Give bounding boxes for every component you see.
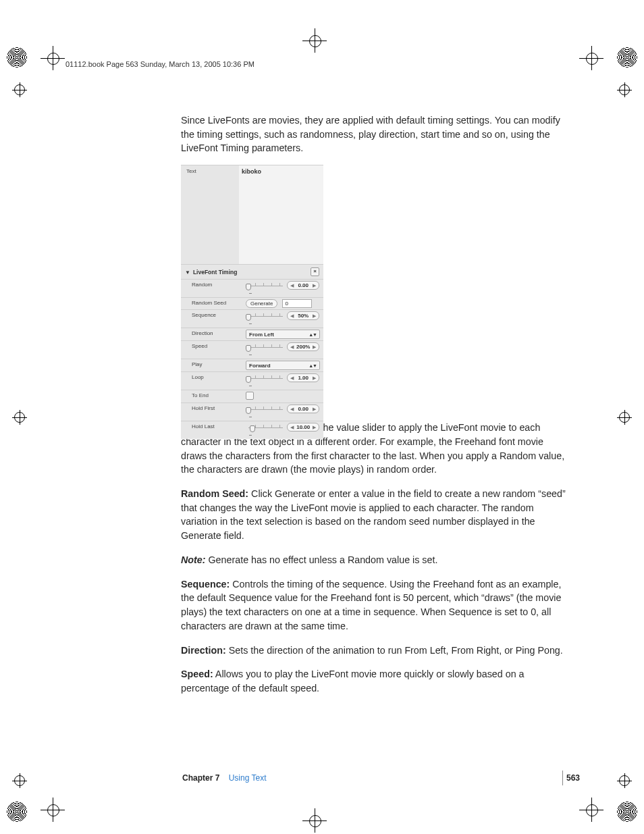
def-random-seed: Random Seed: Click Generate or enter a v…	[181, 487, 567, 543]
note-body: Generate has no effect unless a Random v…	[206, 554, 438, 565]
label-loop: Loop	[181, 372, 244, 390]
keyframe-menu-icon[interactable]: –	[248, 320, 253, 326]
section-header-livefont-timing[interactable]: ▼LiveFont Timing ×	[181, 264, 323, 279]
crop-target-icon	[41, 46, 65, 70]
value-stepper-sequence[interactable]: ◀ 50% ▶	[287, 311, 319, 320]
label-hold-first: Hold First	[181, 403, 244, 421]
crop-target-icon	[302, 28, 327, 53]
slider-speed[interactable]	[246, 344, 283, 350]
value-random: 0.00	[295, 282, 311, 288]
crop-target-icon	[579, 798, 603, 822]
slider-random[interactable]	[246, 282, 283, 289]
text-label: Text	[181, 165, 239, 264]
select-play[interactable]: Forward ▲▼	[246, 361, 320, 370]
chevron-left-icon[interactable]: ◀	[289, 407, 295, 412]
param-row-random: Random ◀ 0.00 ▶ –	[181, 279, 323, 297]
registration-mark	[617, 410, 632, 425]
crop-target-icon	[302, 808, 327, 833]
def-sequence: Sequence: Controls the timing of the seq…	[181, 577, 567, 633]
param-row-sequence: Sequence ◀ 50% ▶ –	[181, 309, 323, 328]
disclosure-triangle-icon[interactable]: ▼	[185, 269, 190, 276]
crop-deco	[617, 47, 637, 68]
label-hold-last: Hold Last	[181, 421, 244, 439]
param-row-to-end: To End	[181, 390, 323, 402]
slider-hold-first[interactable]	[246, 406, 283, 413]
slider-hold-last[interactable]	[246, 424, 283, 431]
value-stepper-random[interactable]: ◀ 0.00 ▶	[287, 281, 319, 290]
select-direction-value: From Left	[249, 332, 274, 338]
def-direction: Direction: Sets the direction of the ani…	[181, 644, 567, 658]
label-direction: Direction	[181, 328, 244, 340]
chevron-right-icon[interactable]: ▶	[311, 407, 317, 412]
param-row-random-seed: Random Seed Generate 0	[181, 297, 323, 309]
document-page: 01112.book Page 563 Sunday, March 13, 20…	[0, 0, 644, 834]
value-stepper-loop[interactable]: ◀ 1.00 ▶	[287, 373, 319, 382]
chevron-right-icon[interactable]: ▶	[311, 313, 317, 319]
keyframe-menu-icon[interactable]: –	[248, 413, 253, 419]
generate-button[interactable]: Generate	[246, 299, 277, 308]
chevron-left-icon[interactable]: ◀	[289, 313, 295, 319]
crop-deco	[7, 47, 27, 68]
select-play-value: Forward	[249, 363, 271, 369]
chevron-left-icon[interactable]: ◀	[289, 344, 295, 350]
footer-chapter: Chapter 7	[182, 773, 219, 783]
crop-target-icon	[579, 46, 603, 70]
param-row-hold-first: Hold First ◀ 0.00 ▶ –	[181, 402, 323, 421]
value-stepper-hold-last[interactable]: ◀ 10.00 ▶	[287, 423, 319, 432]
chevron-left-icon[interactable]: ◀	[289, 375, 295, 381]
label-play: Play	[181, 359, 244, 371]
label-speed: Speed	[181, 341, 244, 359]
param-row-loop: Loop ◀ 1.00 ▶ –	[181, 371, 323, 390]
registration-mark	[617, 82, 632, 97]
slider-sequence[interactable]	[246, 313, 283, 319]
footer-page-number: 563	[566, 773, 580, 783]
registration-mark	[12, 410, 27, 425]
select-direction[interactable]: From Left ▲▼	[246, 330, 320, 339]
registration-mark	[617, 773, 632, 788]
slider-loop[interactable]	[246, 375, 283, 382]
value-hold-first: 0.00	[295, 406, 311, 412]
label-random-seed: Random Seed	[181, 298, 244, 309]
chevron-right-icon[interactable]: ▶	[311, 375, 317, 381]
param-row-play: Play Forward ▲▼	[181, 359, 323, 371]
param-row-direction: Direction From Left ▲▼	[181, 328, 323, 340]
close-icon[interactable]: ×	[311, 267, 319, 276]
term-direction: Direction:	[181, 645, 226, 656]
param-row-hold-last: Hold Last ◀ 10.00 ▶ –	[181, 421, 323, 439]
value-hold-last: 10.00	[295, 424, 311, 430]
section-title: LiveFont Timing	[193, 269, 237, 276]
term-sequence: Sequence:	[181, 579, 230, 590]
note: Note: Generate has no effect unless a Ra…	[181, 553, 567, 567]
term-random-seed: Random Seed:	[181, 488, 248, 499]
text-field[interactable]: kiboko	[239, 165, 323, 264]
value-loop: 1.00	[295, 375, 311, 381]
body-speed: Allows you to play the LiveFont movie mo…	[181, 669, 525, 694]
seed-field[interactable]: 0	[282, 299, 312, 308]
chevron-left-icon[interactable]: ◀	[289, 425, 295, 430]
footer-left: Chapter 7 Using Text	[182, 773, 267, 783]
text-row: Text kiboko	[181, 165, 323, 264]
chevron-right-icon[interactable]: ▶	[311, 283, 317, 288]
value-speed: 200%	[295, 344, 311, 350]
term-speed: Speed:	[181, 669, 213, 679]
chevron-right-icon[interactable]: ▶	[311, 344, 317, 350]
def-speed: Speed: Allows you to play the LiveFont m…	[181, 667, 567, 695]
keyframe-menu-icon[interactable]: –	[248, 432, 253, 438]
intro-paragraph: Since LiveFonts are movies, they are app…	[181, 113, 567, 155]
chevron-left-icon[interactable]: ◀	[289, 283, 295, 288]
body-sequence: Controls the timing of the sequence. Usi…	[181, 579, 561, 631]
updown-icon: ▲▼	[308, 363, 317, 368]
book-header: 01112.book Page 563 Sunday, March 13, 20…	[65, 60, 254, 68]
crop-target-icon	[41, 798, 65, 822]
registration-mark	[12, 773, 27, 788]
value-stepper-hold-first[interactable]: ◀ 0.00 ▶	[287, 405, 319, 413]
keyframe-menu-icon[interactable]: –	[248, 382, 253, 388]
checkbox-to-end[interactable]	[246, 392, 254, 400]
keyframe-menu-icon[interactable]: –	[248, 351, 253, 357]
note-label: Note:	[181, 554, 206, 565]
value-stepper-speed[interactable]: ◀ 200% ▶	[287, 342, 319, 351]
crop-deco	[617, 802, 637, 822]
keyframe-menu-icon[interactable]: –	[248, 290, 253, 296]
footer-title: Using Text	[229, 773, 267, 783]
chevron-right-icon[interactable]: ▶	[311, 425, 317, 430]
